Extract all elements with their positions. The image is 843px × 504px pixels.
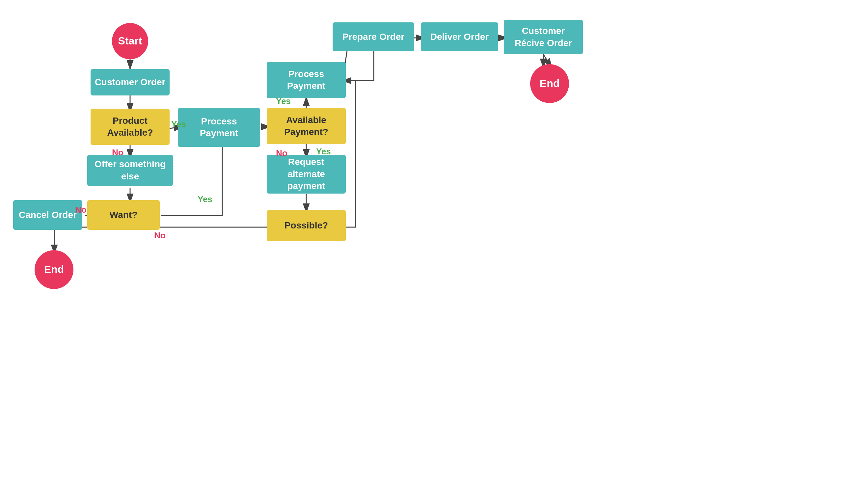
yes-possible: Yes: [316, 146, 331, 157]
flowchart: Start Customer Order Product Available? …: [0, 0, 843, 504]
cancel-order-node: Cancel Order: [13, 200, 82, 230]
want-node: Want?: [87, 200, 160, 230]
no-label-bottom: No: [154, 231, 166, 241]
yes-label-1: Yes: [171, 119, 186, 129]
available-payment-node: Available Payment?: [267, 108, 346, 144]
process-payment2-node: Process Payment: [267, 62, 346, 98]
end-right-node: End: [530, 64, 569, 103]
no-label-1: No: [112, 147, 124, 158]
no-label-2: No: [75, 205, 87, 215]
product-available-node: Product Available?: [91, 109, 169, 145]
prepare-order-node: Prepare Order: [333, 22, 414, 51]
no-payment: No: [276, 148, 287, 158]
possible-node: Possible?: [267, 210, 346, 241]
process-payment-main-node: Process Payment: [178, 108, 260, 147]
offer-something-node: Offer something else: [87, 155, 173, 186]
start-node: Start: [112, 23, 148, 59]
customer-receive-node: Customer Récive Order: [504, 20, 583, 54]
yes-payment: Yes: [276, 96, 291, 106]
end-bottom-node: End: [35, 250, 73, 289]
deliver-order-node: Deliver Order: [421, 22, 498, 51]
customer-order-node: Customer Order: [91, 69, 169, 95]
yes-label-2: Yes: [198, 194, 212, 204]
request-alternate-node: Request altemate payment: [267, 155, 346, 194]
